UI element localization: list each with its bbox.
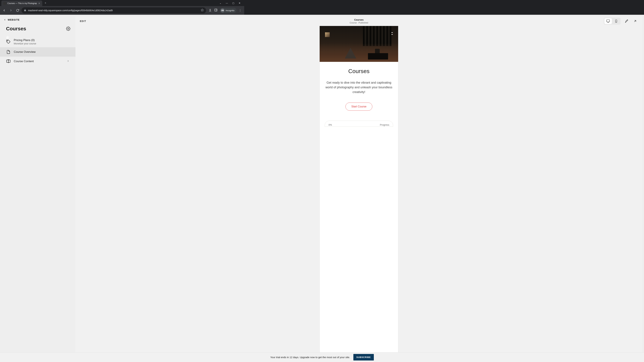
menu-item-title: Course Content <box>14 60 64 63</box>
sidebar-item-course-overview[interactable]: Course Overview <box>0 47 76 57</box>
sidebar-item-pricing-plans[interactable]: Pricing Plans (0) Monetize your course <box>0 36 76 47</box>
svg-point-3 <box>68 28 69 29</box>
menu-text: Course Overview <box>14 50 70 54</box>
dropdown-icon[interactable]: ⌄ <box>220 2 221 4</box>
preview-panel: EDIT Courses Course · Published <box>76 16 244 137</box>
browser-tab[interactable]: Courses — This is my Photograp ✕ <box>1 0 42 6</box>
chevron-left-icon <box>4 18 6 21</box>
forward-button[interactable] <box>8 7 14 13</box>
chevron-right-icon <box>67 60 70 63</box>
page-icon <box>6 50 11 54</box>
preview-canvas: Courses Get ready to dive into the vibra… <box>76 26 244 137</box>
edit-button[interactable]: EDIT <box>80 20 86 22</box>
settings-gear-button[interactable] <box>66 26 71 31</box>
kebab-menu-icon[interactable]: ⋮ <box>239 9 242 12</box>
svg-point-4 <box>7 40 8 41</box>
menu-item-subtitle: Monetize your course <box>14 42 70 45</box>
address-bar: mackerel-seal-nldy.squarespace.com/confi… <box>0 6 244 15</box>
back-button[interactable] <box>1 7 7 13</box>
favicon-icon <box>3 2 6 5</box>
minimize-button[interactable]: — <box>226 2 228 4</box>
lock-icon <box>24 9 26 12</box>
close-tab-icon[interactable]: ✕ <box>38 2 40 5</box>
toolbar-right: 🕶 Incognito ⋮ <box>207 8 243 13</box>
url-bar[interactable]: mackerel-seal-nldy.squarespace.com/confi… <box>22 7 206 13</box>
tab-bar: Courses — This is my Photograp ✕ + ⌄ — ▢… <box>0 0 244 6</box>
menu-item-title: Pricing Plans (0) <box>14 38 70 42</box>
back-to-website-link[interactable]: WEBSITE <box>0 18 76 26</box>
preview-topbar: EDIT Courses Course · Published <box>76 16 244 26</box>
incognito-label: Incognito <box>226 9 234 12</box>
menu-item-title: Course Overview <box>14 50 70 54</box>
book-icon <box>6 59 11 64</box>
sidebar: WEBSITE Courses Pricing Plans (0) Moneti… <box>0 15 76 137</box>
maximize-button[interactable]: ▢ <box>232 2 234 4</box>
window-controls: ⌄ — ▢ ✕ <box>220 2 243 4</box>
sidebar-header: Courses <box>0 26 76 36</box>
svg-rect-1 <box>215 9 217 11</box>
menu-text: Pricing Plans (0) Monetize your course <box>14 38 70 45</box>
tag-icon <box>6 39 11 44</box>
gear-icon <box>66 26 70 31</box>
back-link-label: WEBSITE <box>8 18 20 21</box>
menu-text: Course Content <box>14 60 64 63</box>
browser-chrome: Courses — This is my Photograp ✕ + ⌄ — ▢… <box>0 0 244 15</box>
close-window-button[interactable]: ✕ <box>239 2 240 4</box>
url-text: mackerel-seal-nldy.squarespace.com/confi… <box>28 9 199 12</box>
bookmark-star-icon[interactable] <box>201 8 204 12</box>
svg-marker-0 <box>201 9 204 11</box>
app-body: WEBSITE Courses Pricing Plans (0) Moneti… <box>0 15 244 137</box>
new-tab-button[interactable]: + <box>44 1 46 5</box>
app-shell: WEBSITE Courses Pricing Plans (0) Moneti… <box>0 15 244 137</box>
sidebar-title: Courses <box>6 26 26 31</box>
side-panel-icon[interactable] <box>214 8 218 12</box>
tab-title: Courses — This is my Photograp <box>8 2 37 4</box>
incognito-badge[interactable]: 🕶 Incognito <box>220 8 236 13</box>
sidebar-item-course-content[interactable]: Course Content <box>0 57 76 66</box>
downloads-icon[interactable] <box>208 8 212 12</box>
incognito-icon: 🕶 <box>220 8 224 12</box>
reload-button[interactable] <box>15 7 20 13</box>
